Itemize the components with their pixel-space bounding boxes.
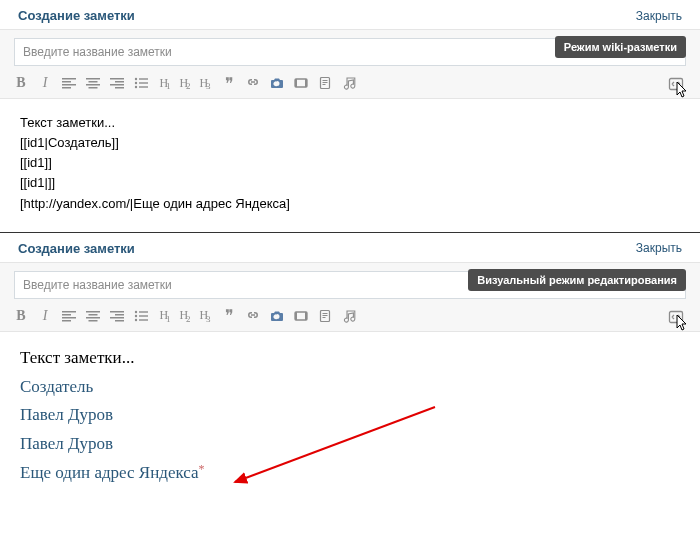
svg-rect-24	[323, 84, 326, 85]
svg-rect-36	[110, 317, 124, 319]
external-link[interactable]: Еще один адрес Яндекса	[20, 463, 199, 482]
svg-rect-3	[62, 87, 71, 89]
svg-rect-23	[323, 82, 328, 83]
svg-rect-35	[115, 314, 124, 316]
svg-rect-39	[139, 311, 148, 312]
svg-rect-46	[305, 312, 307, 320]
svg-rect-4	[86, 78, 100, 80]
document-button[interactable]	[318, 307, 332, 325]
svg-rect-31	[89, 314, 98, 316]
wiki-line: [[id1|Создатель]]	[20, 133, 680, 153]
audio-button[interactable]	[342, 74, 356, 92]
external-link-marker: *	[199, 462, 205, 476]
svg-rect-15	[139, 82, 148, 83]
svg-rect-30	[86, 311, 100, 313]
note-editor-wiki: Создание заметки Закрыть Режим wiki-разм…	[0, 0, 700, 233]
italic-button[interactable]: I	[38, 307, 52, 325]
editor-header: Создание заметки Закрыть	[0, 0, 700, 29]
editor-toolbar-area: Режим wiki-разметки B I H1 H2 H3 ❞	[0, 29, 700, 99]
svg-rect-26	[62, 311, 76, 313]
align-left-button[interactable]	[62, 307, 76, 325]
formatting-toolbar: B I H1 H2 H3 ❞	[14, 74, 686, 92]
svg-rect-51	[670, 311, 683, 322]
h1-button[interactable]: H1	[158, 307, 172, 325]
document-button[interactable]	[318, 74, 332, 92]
h3-button[interactable]: H3	[198, 307, 212, 325]
photo-button[interactable]	[270, 307, 284, 325]
svg-point-16	[135, 86, 137, 88]
svg-point-40	[135, 315, 137, 317]
close-link[interactable]: Закрыть	[636, 9, 682, 23]
bold-button[interactable]: B	[14, 307, 28, 325]
mode-badge-visual: Визуальный режим редактирования	[468, 269, 686, 291]
note-body-visual[interactable]: Текст заметки... Создатель Павел Дуров П…	[0, 332, 700, 510]
quote-button[interactable]: ❞	[222, 307, 236, 325]
h2-button[interactable]: H2	[178, 307, 192, 325]
audio-button[interactable]	[342, 307, 356, 325]
note-body-wiki[interactable]: Текст заметки... [[id1|Создатель]] [[id1…	[0, 99, 700, 232]
italic-button[interactable]: I	[38, 74, 52, 92]
heading-buttons: H1 H2 H3	[158, 74, 212, 92]
svg-point-14	[135, 82, 137, 84]
wiki-line: Текст заметки...	[20, 113, 680, 133]
svg-rect-17	[139, 86, 148, 87]
svg-rect-2	[62, 84, 76, 86]
photo-button[interactable]	[270, 74, 284, 92]
link-button[interactable]	[246, 74, 260, 92]
svg-rect-20	[305, 79, 307, 87]
svg-point-12	[135, 78, 137, 80]
editor-title: Создание заметки	[18, 241, 135, 256]
video-button[interactable]	[294, 74, 308, 92]
video-button[interactable]	[294, 307, 308, 325]
align-right-button[interactable]	[110, 74, 124, 92]
svg-rect-33	[89, 320, 98, 322]
bullet-list-button[interactable]	[134, 74, 148, 92]
align-right-button[interactable]	[110, 307, 124, 325]
svg-point-38	[135, 311, 137, 313]
svg-rect-50	[323, 317, 326, 318]
note-editor-visual: Создание заметки Закрыть Визуальный режи…	[0, 233, 700, 510]
svg-rect-9	[115, 81, 124, 83]
h1-button[interactable]: H1	[158, 74, 172, 92]
svg-rect-41	[139, 315, 148, 316]
svg-rect-25	[670, 79, 683, 90]
internal-link[interactable]: Павел Дуров	[20, 434, 113, 453]
toggle-mode-button[interactable]	[666, 307, 686, 327]
heading-buttons: H1 H2 H3	[158, 307, 212, 325]
align-center-button[interactable]	[86, 307, 100, 325]
bold-button[interactable]: B	[14, 74, 28, 92]
align-left-button[interactable]	[62, 74, 76, 92]
svg-rect-7	[89, 87, 98, 89]
link-button[interactable]	[246, 307, 260, 325]
svg-rect-11	[115, 87, 124, 89]
mode-badge-wiki: Режим wiki-разметки	[555, 36, 686, 58]
toggle-mode-button[interactable]	[666, 74, 686, 94]
editor-header: Создание заметки Закрыть	[0, 233, 700, 262]
editor-toolbar-area: Визуальный режим редактирования B I H1 H…	[0, 262, 700, 332]
svg-rect-13	[139, 78, 148, 79]
quote-button[interactable]: ❞	[222, 74, 236, 92]
svg-rect-6	[86, 84, 100, 86]
internal-link[interactable]: Создатель	[20, 377, 93, 396]
close-link[interactable]: Закрыть	[636, 241, 682, 255]
h3-button[interactable]: H3	[198, 74, 212, 92]
wiki-line: [[id1|]]	[20, 173, 680, 193]
svg-rect-5	[89, 81, 98, 83]
wiki-line: [http://yandex.com/|Еще один адрес Яндек…	[20, 194, 680, 214]
svg-rect-8	[110, 78, 124, 80]
formatting-toolbar: B I H1 H2 H3 ❞	[14, 307, 686, 325]
bullet-list-button[interactable]	[134, 307, 148, 325]
svg-rect-27	[62, 314, 71, 316]
svg-rect-22	[323, 80, 328, 81]
wiki-line: [[id1]]	[20, 153, 680, 173]
svg-rect-28	[62, 317, 76, 319]
svg-rect-43	[139, 319, 148, 320]
svg-rect-1	[62, 81, 71, 83]
svg-rect-0	[62, 78, 76, 80]
svg-rect-48	[323, 313, 328, 314]
align-center-button[interactable]	[86, 74, 100, 92]
h2-button[interactable]: H2	[178, 74, 192, 92]
svg-rect-10	[110, 84, 124, 86]
svg-rect-34	[110, 311, 124, 313]
internal-link[interactable]: Павел Дуров	[20, 405, 113, 424]
